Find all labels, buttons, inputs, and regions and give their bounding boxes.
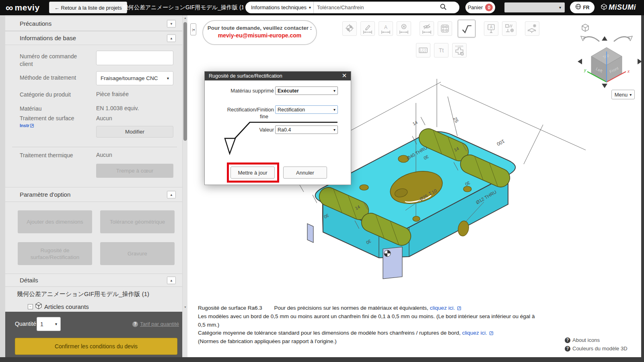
search-input[interactable] [314, 4, 434, 10]
search-icon[interactable] [434, 4, 452, 12]
product-category-value: Pièce fraisée [96, 91, 129, 97]
processing-method-select[interactable]: Fraisage/tournage CNC ▾ [96, 71, 173, 85]
chevron-down-icon: ▾ [55, 322, 57, 326]
tree-collapse-icon[interactable]: − [28, 304, 33, 309]
sidebar-gutter [0, 15, 5, 357]
modify-button[interactable]: Modifier [96, 126, 173, 138]
axes-triad: y x [584, 51, 630, 82]
click-here-link-2[interactable]: cliquez ici. [462, 330, 487, 336]
surface-treatment-value: Aucun [96, 115, 112, 121]
chevron-down-icon: ▾ [309, 5, 311, 10]
svg-text:A: A [384, 25, 387, 30]
measure-button[interactable]: 123 [416, 43, 430, 58]
datum-target-button[interactable] [342, 21, 357, 36]
update-button[interactable]: Mettre à jour [230, 167, 275, 179]
surface-roughness-tool-button[interactable] [458, 20, 475, 37]
meviy-logo: ∞ meviy [6, 2, 40, 13]
six-views-icon: 6VIEWS [454, 45, 465, 56]
project-title: 幾何公差アニメーションGIF用モデル_操作版 (1). [123, 4, 243, 11]
chevron-down-icon: ▾ [559, 5, 561, 10]
cancel-button[interactable]: Annuler [283, 167, 327, 179]
tilt-up-arrow[interactable] [602, 36, 607, 41]
expand-toggle-button[interactable]: ▼ [167, 20, 176, 27]
chevron-up-icon: ▲ [170, 193, 173, 196]
scroll-down-icon[interactable]: ▼ [183, 306, 188, 309]
contact-email[interactable]: meviy-eu@misumi-europe.com [203, 32, 316, 39]
chevron-down-icon: ▾ [167, 76, 169, 80]
language-button[interactable]: FR [570, 2, 595, 13]
section-details[interactable]: Détails ▲ [5, 274, 182, 287]
collapse-toggle-button[interactable]: ▲ [167, 34, 176, 42]
datum-target-icon [344, 23, 355, 34]
add-dimensions-button: Ajouter des dimensions [18, 210, 92, 233]
meviy-logo-mark: ∞ [6, 2, 13, 13]
material-value: EN 1.0038 equiv. [96, 105, 139, 111]
tilt-down-arrow[interactable] [602, 84, 607, 88]
sidebar-scrollbar[interactable]: ▲ ▼ [182, 15, 187, 357]
tech-info-dropdown[interactable]: Informations techniques ▾ [245, 4, 313, 10]
external-link-icon: ↗ [457, 306, 461, 310]
scroll-up-icon[interactable]: ▲ [183, 16, 188, 19]
cart-count-badge: 0 [485, 4, 493, 11]
panel-collapse-button[interactable]: |◂ [190, 23, 196, 35]
back-to-projects-button[interactable]: ← Retour à la liste de projets [49, 2, 127, 13]
note-line-1: Rugosité de surface Ra6.3 Pour des préci… [198, 305, 461, 311]
geometric-tolerance-tool-button[interactable] [502, 21, 516, 36]
svg-text:y: y [584, 68, 586, 72]
tariff-link[interactable]: ? Tarif par quantité [132, 321, 179, 327]
delete-dimension-button[interactable] [397, 21, 411, 36]
tree-item-current-articles[interactable]: − Articles courants [28, 302, 89, 311]
window-frame-bottom [0, 357, 644, 362]
order-number-input[interactable] [96, 51, 173, 65]
text-dimension-button[interactable]: A [379, 21, 393, 36]
hardening-button: Trempe à cœur [96, 164, 173, 178]
details-model-title: 幾何公差アニメーションGIF用モデル_操作版 (1) [17, 290, 178, 298]
help-icon: ? [565, 346, 570, 352]
scrollbar-thumb[interactable] [183, 22, 187, 141]
collapse-toggle-button[interactable]: ▲ [167, 276, 176, 284]
collapse-toggle-button[interactable]: ▲ [167, 191, 176, 198]
confirm-quote-button[interactable]: Confirmer les conditions du devis [15, 338, 177, 355]
svg-text:123: 123 [420, 48, 427, 51]
rotate-right-icon[interactable] [614, 36, 632, 41]
globe-icon [575, 4, 581, 11]
misc-dropdown[interactable]: ▾ [504, 2, 565, 12]
hole-info-button[interactable] [438, 21, 452, 36]
chevron-up-icon: ▲ [170, 278, 173, 282]
section-options[interactable]: Paramètre d'option ▲ [5, 187, 182, 202]
cube-home-icon[interactable] [582, 24, 588, 31]
search-bar: Informations techniques ▾ [245, 2, 459, 13]
delete-dimension-icon [398, 23, 409, 34]
rotate-left-arrow[interactable] [578, 59, 582, 64]
contact-info: Pour toute demande, veuillez contacter :… [202, 20, 317, 45]
engraving-tool-button[interactable] [525, 21, 539, 36]
product-category-label: Catégorie du produit [20, 91, 71, 99]
colors-3d-link[interactable]: ? Couleurs du modèle 3D [565, 346, 628, 352]
text-size-button[interactable]: Tt [434, 43, 449, 58]
svg-text:x: x [627, 69, 630, 74]
edit-dimension-button[interactable] [360, 21, 375, 36]
svg-text:6VIEWS: 6VIEWS [455, 45, 463, 47]
hide-dimension-button[interactable] [420, 21, 434, 36]
section-base-info[interactable]: Informations de base ▲ [5, 31, 182, 45]
quantity-label: Quantité [15, 321, 36, 327]
about-icons-link[interactable]: ? About icons [565, 337, 600, 343]
sidebar: ▸| Précautions ▼ Informations de base ▲ … [0, 15, 187, 357]
help-icon: ? [132, 321, 138, 327]
section-precautions[interactable]: Précautions ▼ [5, 16, 182, 31]
surface-roughness-button: Rugosité de surface/Rectification [18, 242, 92, 265]
quantity-select[interactable]: 1 ▾ [37, 317, 61, 331]
click-here-link-1[interactable]: cliquez ici. [430, 305, 455, 311]
six-views-button[interactable]: 6VIEWS [452, 43, 467, 58]
text-dimension-icon: A [380, 23, 391, 34]
order-number-label: Numéro de commande client [20, 53, 90, 68]
rotate-left-icon[interactable] [581, 36, 599, 41]
edit-dimension-icon [362, 23, 373, 34]
surface-roughness-icon [460, 22, 473, 35]
cart-button[interactable]: Panier 0 [465, 2, 495, 13]
geometric-tolerance-icon [504, 23, 515, 34]
view-cube-widget[interactable]: Top Left Front y x [562, 20, 643, 101]
instr-link[interactable]: Instr↗ [20, 121, 34, 129]
engraving-icon [527, 23, 538, 34]
annotation-button[interactable]: A [484, 21, 498, 36]
